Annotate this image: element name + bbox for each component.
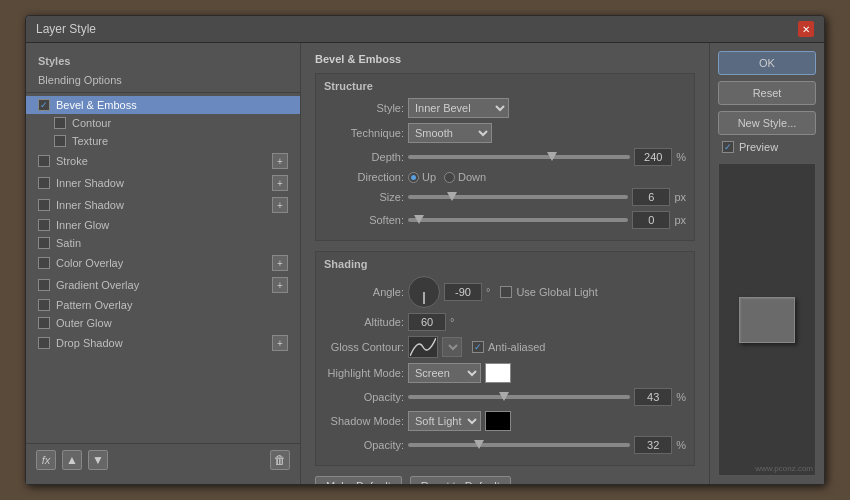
- shadow-opacity-row: Opacity: %: [324, 436, 686, 454]
- shadow-opacity-slider[interactable]: [408, 443, 630, 447]
- sidebar-item-inner-shadow2[interactable]: Inner Shadow +: [26, 194, 300, 216]
- close-button[interactable]: ✕: [798, 21, 814, 37]
- preview-label: Preview: [739, 141, 778, 153]
- sidebar-item-drop-shadow[interactable]: Drop Shadow +: [26, 332, 300, 354]
- size-slider[interactable]: [408, 195, 628, 199]
- gradient-overlay-add-button[interactable]: +: [272, 277, 288, 293]
- direction-up-radio[interactable]: Up: [408, 171, 436, 183]
- inner-shadow-checkbox[interactable]: [38, 177, 50, 189]
- highlight-mode-select[interactable]: Screen Normal Soft Light: [408, 363, 481, 383]
- shadow-mode-select[interactable]: Soft Light Normal Multiply: [408, 411, 481, 431]
- gradient-overlay-checkbox[interactable]: [38, 279, 50, 291]
- inner-shadow-label: Inner Shadow: [56, 177, 124, 189]
- color-overlay-checkbox[interactable]: [38, 257, 50, 269]
- sidebar-item-contour[interactable]: Contour: [26, 114, 300, 132]
- direction-down-radio[interactable]: Down: [444, 171, 486, 183]
- delete-button[interactable]: 🗑: [270, 450, 290, 470]
- new-style-button[interactable]: New Style...: [718, 111, 816, 135]
- inner-shadow2-add-button[interactable]: +: [272, 197, 288, 213]
- preview-area: www.pconz.com: [718, 163, 816, 476]
- soften-label: Soften:: [324, 214, 404, 226]
- fx-button[interactable]: fx: [36, 450, 56, 470]
- depth-row: Depth: %: [324, 148, 686, 166]
- sidebar-item-stroke[interactable]: Stroke +: [26, 150, 300, 172]
- texture-checkbox[interactable]: [54, 135, 66, 147]
- gloss-contour-preview[interactable]: [408, 336, 438, 358]
- sidebar-item-gradient-overlay[interactable]: Gradient Overlay +: [26, 274, 300, 296]
- sidebar-item-color-overlay[interactable]: Color Overlay +: [26, 252, 300, 274]
- depth-input[interactable]: [634, 148, 672, 166]
- preview-square: [739, 297, 795, 343]
- stroke-checkbox[interactable]: [38, 155, 50, 167]
- blending-options-item[interactable]: Blending Options: [26, 71, 300, 89]
- structure-title: Structure: [324, 80, 686, 92]
- soften-input[interactable]: [632, 211, 670, 229]
- reset-button[interactable]: Reset: [718, 81, 816, 105]
- move-down-button[interactable]: ▼: [88, 450, 108, 470]
- sidebar-item-inner-glow[interactable]: Inner Glow: [26, 216, 300, 234]
- inner-shadow2-checkbox[interactable]: [38, 199, 50, 211]
- sidebar-item-inner-shadow[interactable]: Inner Shadow +: [26, 172, 300, 194]
- sidebar-item-satin[interactable]: Satin: [26, 234, 300, 252]
- highlight-opacity-slider[interactable]: [408, 395, 630, 399]
- shadow-color-swatch[interactable]: [485, 411, 511, 431]
- soften-slider[interactable]: [408, 218, 628, 222]
- contour-checkbox[interactable]: [54, 117, 66, 129]
- drop-shadow-add-button[interactable]: +: [272, 335, 288, 351]
- preview-checkbox[interactable]: [722, 141, 734, 153]
- technique-select[interactable]: Smooth Chisel Hard Chisel Soft: [408, 123, 492, 143]
- watermark: www.pconz.com: [755, 464, 813, 473]
- left-panel: Styles Blending Options Bevel & Emboss C…: [26, 43, 301, 484]
- altitude-unit: °: [450, 316, 454, 328]
- angle-input[interactable]: [444, 283, 482, 301]
- inner-shadow-add-button[interactable]: +: [272, 175, 288, 191]
- shadow-mode-label: Shadow Mode:: [324, 415, 404, 427]
- pattern-overlay-checkbox[interactable]: [38, 299, 50, 311]
- shadow-opacity-input[interactable]: [634, 436, 672, 454]
- highlight-opacity-input[interactable]: [634, 388, 672, 406]
- altitude-input[interactable]: [408, 313, 446, 331]
- bevel-emboss-label: Bevel & Emboss: [56, 99, 137, 111]
- direction-up-label: Up: [422, 171, 436, 183]
- altitude-row: Altitude: °: [324, 313, 686, 331]
- angle-unit: °: [486, 286, 490, 298]
- satin-label: Satin: [56, 237, 81, 249]
- sidebar-item-pattern-overlay[interactable]: Pattern Overlay: [26, 296, 300, 314]
- inner-glow-checkbox[interactable]: [38, 219, 50, 231]
- direction-row: Direction: Up Down: [324, 171, 686, 183]
- make-default-button[interactable]: Make Default: [315, 476, 402, 484]
- highlight-mode-row: Highlight Mode: Screen Normal Soft Light: [324, 363, 686, 383]
- anti-aliased-checkbox[interactable]: [472, 341, 484, 353]
- size-input[interactable]: [632, 188, 670, 206]
- bevel-emboss-checkbox[interactable]: [38, 99, 50, 111]
- reset-to-default-button[interactable]: Reset to Default: [410, 476, 511, 484]
- sidebar-item-bevel-emboss[interactable]: Bevel & Emboss: [26, 96, 300, 114]
- sidebar-item-texture[interactable]: Texture: [26, 132, 300, 150]
- highlight-color-swatch[interactable]: [485, 363, 511, 383]
- highlight-opacity-unit: %: [676, 391, 686, 403]
- gloss-contour-select[interactable]: [442, 337, 462, 357]
- use-global-light-container: Use Global Light: [500, 286, 597, 298]
- color-overlay-add-button[interactable]: +: [272, 255, 288, 271]
- satin-checkbox[interactable]: [38, 237, 50, 249]
- sidebar-item-outer-glow[interactable]: Outer Glow: [26, 314, 300, 332]
- highlight-opacity-label: Opacity:: [324, 391, 404, 403]
- size-label: Size:: [324, 191, 404, 203]
- shadow-opacity-label: Opacity:: [324, 439, 404, 451]
- outer-glow-checkbox[interactable]: [38, 317, 50, 329]
- technique-row: Technique: Smooth Chisel Hard Chisel Sof…: [324, 123, 686, 143]
- size-row: Size: px: [324, 188, 686, 206]
- angle-dial[interactable]: [408, 276, 440, 308]
- depth-slider[interactable]: [408, 155, 630, 159]
- ok-button[interactable]: OK: [718, 51, 816, 75]
- stroke-add-button[interactable]: +: [272, 153, 288, 169]
- use-global-light-checkbox[interactable]: [500, 286, 512, 298]
- shadow-opacity-unit: %: [676, 439, 686, 451]
- texture-label: Texture: [72, 135, 108, 147]
- drop-shadow-checkbox[interactable]: [38, 337, 50, 349]
- move-up-button[interactable]: ▲: [62, 450, 82, 470]
- pattern-overlay-label: Pattern Overlay: [56, 299, 132, 311]
- style-select[interactable]: Inner Bevel Outer Bevel Emboss Pillow Em…: [408, 98, 509, 118]
- bottom-bar: fx ▲ ▼ 🗑: [26, 443, 300, 476]
- anti-aliased-label: Anti-aliased: [488, 341, 545, 353]
